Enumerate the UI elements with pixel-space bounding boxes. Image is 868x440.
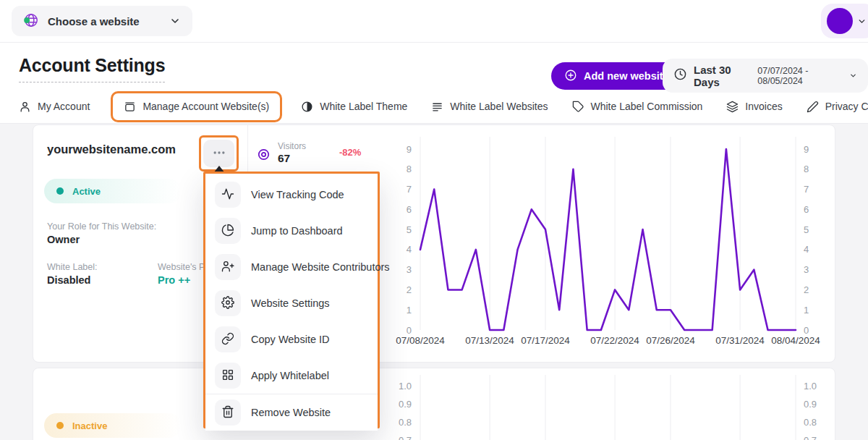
menu-item-jump-to-dashboard[interactable]: Jump to Dashboard: [205, 213, 378, 249]
tab-label: Privacy Consents: [825, 101, 868, 112]
svg-text:1: 1: [804, 305, 809, 316]
website-card-2: Inactive 1.01.00.90.90.80.80.70.7: [33, 368, 835, 440]
svg-text:07/22/2024: 07/22/2024: [590, 335, 639, 346]
menu-item-icon-chip: [215, 399, 241, 426]
tab-white-label-theme[interactable]: White Label Theme: [301, 101, 407, 113]
svg-text:5: 5: [407, 224, 412, 235]
chevron-down-icon: [857, 17, 867, 26]
menu-item-icon-chip: [215, 182, 241, 208]
date-range-filter[interactable]: Last 30 Days 07/07/2024 - 08/05/2024: [663, 59, 868, 93]
ellipsis-icon: [212, 145, 226, 162]
svg-text:6: 6: [407, 204, 412, 215]
tab-label: White Label Theme: [320, 101, 407, 112]
visitors-value: 67: [278, 152, 290, 165]
menu-item-remove-website[interactable]: Remove Website: [205, 394, 378, 431]
menu-item-manage-website-contributors[interactable]: Manage Website Contributors: [205, 249, 378, 285]
chevron-down-icon: [849, 72, 857, 80]
status-badge: Active: [44, 179, 182, 203]
svg-text:9: 9: [804, 144, 809, 155]
svg-text:1.0: 1.0: [399, 381, 412, 392]
svg-text:8: 8: [804, 164, 809, 174]
role-label: Your Role for This Website:: [47, 221, 156, 232]
context-menu: View Tracking CodeJump to DashboardManag…: [203, 172, 380, 428]
trash-icon: [221, 405, 234, 420]
pencil-icon: [807, 101, 819, 113]
pricing-value: Pro ++: [158, 274, 190, 286]
menu-item-copy-website-id[interactable]: Copy Website ID: [205, 321, 378, 358]
gear-icon: [221, 296, 234, 311]
tab-label: Invoices: [745, 101, 782, 112]
status-label: Active: [72, 186, 101, 197]
tab-label: Manage Account Website(s): [142, 101, 269, 112]
svg-text:07/13/2024: 07/13/2024: [465, 335, 514, 346]
plus-circle-icon: [564, 69, 577, 84]
topbar: Choose a website: [0, 0, 868, 43]
svg-text:6: 6: [804, 204, 809, 215]
website-selector[interactable]: Choose a website: [12, 6, 192, 36]
user-icon: [19, 101, 31, 113]
svg-text:8: 8: [407, 164, 412, 174]
menu-item-icon-chip: [215, 254, 241, 280]
date-filter-range: 07/07/2024 - 08/05/2024: [757, 66, 843, 86]
svg-text:0.7: 0.7: [399, 435, 412, 440]
tab-label: White Label Websites: [450, 101, 548, 112]
user-plus-icon: [221, 260, 234, 275]
clock-icon: [673, 67, 687, 84]
svg-text:1.0: 1.0: [804, 381, 817, 392]
visitors-change: -82%: [339, 147, 361, 158]
menu-item-label: Website Settings: [251, 297, 330, 309]
page-title: Account Settings: [19, 55, 165, 82]
menu-item-apply-whitelabel[interactable]: Apply Whitelabel: [205, 358, 378, 394]
role-value: Owner: [47, 234, 80, 245]
menu-item-label: View Tracking Code: [251, 189, 344, 200]
white-label-label: White Label:: [47, 262, 97, 272]
menu-item-icon-chip: [215, 363, 241, 389]
chevron-down-icon: [169, 15, 181, 27]
date-filter-label: Last 30 Days: [694, 64, 751, 88]
status-label: Inactive: [72, 420, 107, 431]
svg-text:0.8: 0.8: [399, 417, 412, 428]
svg-text:3: 3: [804, 264, 809, 275]
menu-item-icon-chip: [215, 218, 241, 244]
menu-item-view-tracking-code[interactable]: View Tracking Code: [205, 177, 378, 213]
website-options-button[interactable]: [203, 140, 234, 167]
tab-privacy-consents[interactable]: Privacy Consents: [807, 101, 868, 113]
tab-manage-account-website-s[interactable]: Manage Account Website(s): [111, 91, 282, 122]
tab-my-account[interactable]: My Account: [19, 101, 90, 113]
svg-text:9: 9: [407, 144, 412, 155]
tab-white-label-commission[interactable]: White Label Commission: [572, 101, 703, 113]
svg-text:4: 4: [804, 244, 809, 255]
user-menu[interactable]: [821, 4, 868, 38]
svg-text:0.7: 0.7: [804, 435, 817, 440]
white-label-value: Disabled: [47, 274, 90, 286]
svg-text:07/26/2024: 07/26/2024: [646, 335, 695, 346]
tab-label: My Account: [38, 101, 90, 112]
add-website-label: Add new website: [584, 70, 669, 82]
status-dot: [56, 422, 64, 429]
app-root: Choose a website Account Settings Add ne…: [0, 0, 868, 440]
menu-item-icon-chip: [215, 290, 241, 316]
svg-text:7: 7: [407, 184, 412, 195]
status-dot: [56, 187, 64, 195]
svg-text:5: 5: [804, 224, 809, 235]
website-domain: yourwebsitename.com: [47, 143, 176, 156]
tab-white-label-websites[interactable]: White Label Websites: [431, 101, 548, 113]
tag-icon: [572, 101, 584, 113]
svg-text:0.9: 0.9: [804, 399, 817, 410]
activity-icon: [221, 187, 234, 203]
svg-text:0.9: 0.9: [399, 399, 412, 410]
tab-invoices[interactable]: Invoices: [726, 101, 782, 113]
menu-item-label: Manage Website Contributors: [251, 261, 390, 273]
pie-chart-icon: [221, 224, 234, 239]
svg-text:07/08/2024: 07/08/2024: [396, 335, 445, 346]
browser-icon: [124, 101, 136, 113]
svg-text:1: 1: [407, 305, 412, 316]
visitors-label: Visitors: [278, 141, 306, 151]
contrast-icon: [301, 101, 313, 113]
tab-label: White Label Commission: [591, 101, 703, 112]
menu-item-label: Jump to Dashboard: [251, 225, 343, 237]
menu-item-icon-chip: [215, 326, 241, 352]
layers-icon: [726, 101, 739, 113]
menu-item-website-settings[interactable]: Website Settings: [205, 285, 378, 321]
avatar: [827, 8, 853, 34]
